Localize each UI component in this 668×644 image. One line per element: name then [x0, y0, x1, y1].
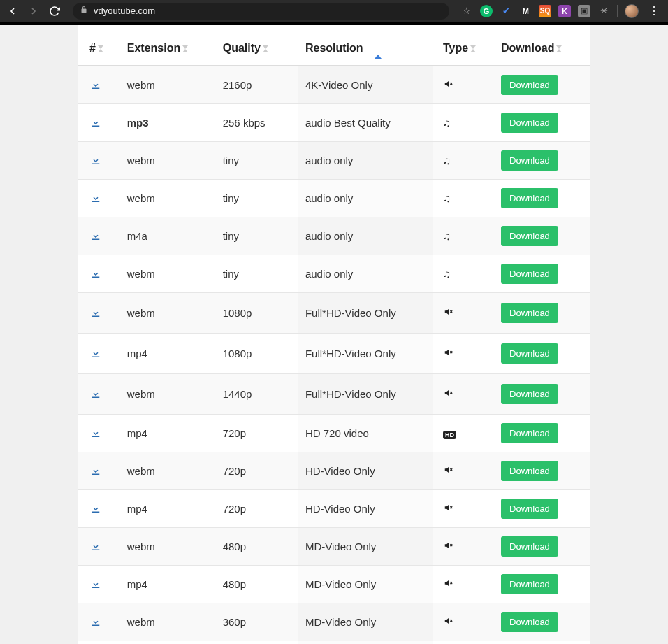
- download-row-icon[interactable]: [89, 427, 113, 439]
- quality-cell: 480p: [216, 527, 298, 565]
- muted-icon: [443, 388, 454, 400]
- gmail-icon[interactable]: M: [519, 5, 532, 17]
- table-row: webm1080pFull*HD-Video OnlyDownload: [78, 292, 590, 333]
- table-row: mp4360pMD-Video OnlyDownload: [78, 641, 590, 644]
- audio-icon: ♫: [443, 230, 451, 242]
- muted-icon: [443, 541, 454, 552]
- extension-cell: webm: [120, 373, 216, 414]
- th-quality[interactable]: Quality: [216, 32, 298, 66]
- table-row: mp4720pHD-Video OnlyDownload: [78, 489, 590, 527]
- page-viewport: # Extension Quality Resolution Type Down…: [0, 25, 668, 644]
- table-row: webm720pHD-Video OnlyDownload: [78, 452, 590, 489]
- table-row: webm480pMD-Video OnlyDownload: [78, 527, 590, 565]
- download-row-icon[interactable]: [89, 306, 113, 319]
- resolution-cell: audio Best Quality: [298, 103, 433, 141]
- download-button[interactable]: Download: [501, 461, 558, 481]
- type-cell: ♫: [433, 179, 494, 217]
- quality-cell: 720p: [216, 414, 298, 452]
- quality-cell: 256 kbps: [216, 103, 298, 141]
- download-row-icon[interactable]: [89, 347, 113, 359]
- quality-cell: 720p: [216, 489, 298, 527]
- download-row-icon[interactable]: [89, 116, 113, 129]
- resolution-cell: MD-Video Only: [298, 641, 433, 644]
- download-row-icon[interactable]: [89, 464, 113, 477]
- profile-avatar[interactable]: [625, 4, 639, 18]
- type-cell: ♫: [433, 103, 494, 141]
- resolution-cell: 4K-Video Only: [298, 66, 433, 104]
- download-button[interactable]: Download: [501, 536, 558, 557]
- sq-icon[interactable]: SQ: [539, 5, 551, 17]
- download-button[interactable]: Download: [501, 188, 558, 208]
- box-icon[interactable]: ▣: [578, 5, 590, 17]
- download-button[interactable]: Download: [501, 226, 558, 246]
- th-number[interactable]: #: [78, 32, 120, 66]
- type-cell: [433, 527, 494, 565]
- table-row: webmtinyaudio only♫Download: [78, 141, 590, 179]
- download-row-icon[interactable]: [89, 78, 113, 91]
- download-button[interactable]: Download: [501, 75, 558, 95]
- download-button[interactable]: Download: [501, 423, 558, 443]
- download-button[interactable]: Download: [501, 343, 558, 364]
- quality-cell: tiny: [216, 217, 298, 255]
- extension-cell: webm: [120, 255, 216, 292]
- snowflake-icon[interactable]: ✳: [597, 5, 610, 17]
- type-cell: ♫: [433, 255, 494, 292]
- resolution-cell: HD-Video Only: [298, 452, 433, 489]
- k-icon[interactable]: K: [558, 5, 571, 17]
- extension-cell: webm: [120, 179, 216, 217]
- muted-icon: [443, 307, 454, 319]
- audio-icon: ♫: [443, 155, 451, 166]
- extension-cell: mp3: [120, 103, 216, 141]
- download-row-icon[interactable]: [89, 540, 113, 552]
- muted-icon: [443, 465, 454, 477]
- type-cell: [433, 641, 494, 644]
- browser-menu[interactable]: ⋮: [646, 4, 662, 17]
- muted-icon: [443, 578, 454, 590]
- type-cell: [433, 452, 494, 489]
- download-button[interactable]: Download: [501, 499, 558, 519]
- type-cell: ♫: [433, 217, 494, 255]
- browser-toolbar: vdyoutube.com ☆ G ✔ M SQ K ▣ ✳ ⋮: [0, 0, 668, 22]
- table-row: mp3256 kbpsaudio Best Quality♫Download: [78, 103, 590, 141]
- th-resolution[interactable]: Resolution: [298, 32, 433, 66]
- audio-icon: ♫: [443, 268, 451, 280]
- quality-cell: 720p: [216, 452, 298, 489]
- quality-cell: 1080p: [216, 292, 298, 333]
- download-row-icon[interactable]: [89, 615, 113, 628]
- resolution-cell: MD-Video Only: [298, 527, 433, 565]
- download-row-icon[interactable]: [89, 578, 113, 590]
- table-row: mp41080pFull*HD-Video OnlyDownload: [78, 333, 590, 373]
- th-download[interactable]: Download: [494, 32, 590, 66]
- address-bar[interactable]: vdyoutube.com: [73, 3, 449, 20]
- reload-button[interactable]: [48, 4, 61, 18]
- download-row-icon[interactable]: [89, 387, 113, 400]
- th-extension[interactable]: Extension: [120, 32, 216, 66]
- download-button[interactable]: Download: [501, 384, 558, 404]
- forward-button[interactable]: [27, 4, 41, 18]
- download-button[interactable]: Download: [501, 150, 558, 171]
- download-button[interactable]: Download: [501, 264, 558, 284]
- quality-cell: tiny: [216, 141, 298, 179]
- download-row-icon[interactable]: [89, 229, 113, 242]
- download-row-icon[interactable]: [89, 502, 113, 515]
- back-button[interactable]: [6, 4, 20, 18]
- download-row-icon[interactable]: [89, 192, 113, 204]
- download-row-icon[interactable]: [89, 154, 113, 166]
- download-button[interactable]: Download: [501, 612, 558, 632]
- table-row: webmtinyaudio only♫Download: [78, 179, 590, 217]
- download-button[interactable]: Download: [501, 113, 558, 133]
- th-type[interactable]: Type: [433, 32, 494, 66]
- resolution-cell: audio only: [298, 179, 433, 217]
- grammarly-icon[interactable]: G: [480, 5, 493, 17]
- extension-cell: webm: [120, 527, 216, 565]
- checkmark-icon[interactable]: ✔: [500, 5, 512, 17]
- download-button[interactable]: Download: [501, 574, 558, 594]
- table-row: m4atinyaudio only♫Download: [78, 217, 590, 255]
- resolution-cell: Full*HD-Video Only: [298, 333, 433, 373]
- download-row-icon[interactable]: [89, 267, 113, 280]
- star-icon[interactable]: ☆: [460, 5, 473, 17]
- download-button[interactable]: Download: [501, 303, 558, 323]
- type-cell: HD: [433, 414, 494, 452]
- extension-cell: mp4: [120, 641, 216, 644]
- lock-icon: [80, 6, 88, 16]
